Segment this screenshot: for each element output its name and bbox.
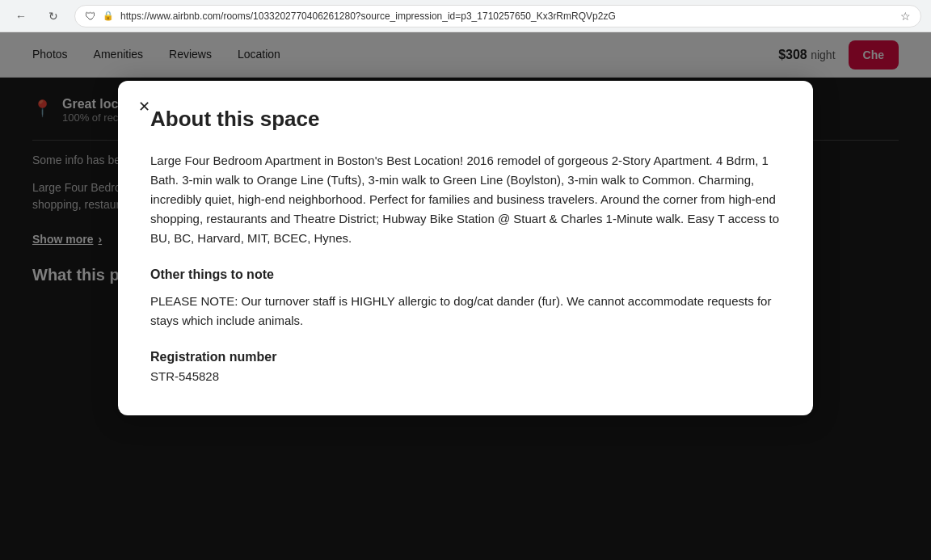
url-text: https://www.airbnb.com/rooms/10332027704…	[120, 11, 894, 22]
other-things-text: PLEASE NOTE: Our turnover staff is HIGHL…	[150, 292, 781, 331]
modal-close-button[interactable]: ✕	[131, 94, 157, 120]
bookmark-icon[interactable]: ☆	[900, 10, 911, 23]
back-icon: ←	[15, 10, 27, 23]
modal-title: About this space	[150, 107, 781, 132]
page-content: Photos Amenities Reviews Location $308 n…	[0, 32, 931, 560]
shield-icon: 🛡	[85, 10, 96, 23]
other-things-title: Other things to note	[150, 267, 781, 282]
close-icon: ✕	[138, 98, 150, 116]
registration-number: STR-545828	[150, 369, 781, 383]
lock-icon: 🔒	[103, 11, 114, 21]
address-bar[interactable]: 🛡 🔒 https://www.airbnb.com/rooms/1033202…	[74, 5, 921, 27]
reload-icon: ↻	[48, 10, 58, 23]
modal-overlay[interactable]: ✕ About this space Large Four Bedroom Ap…	[0, 32, 931, 560]
browser-bar: ← ↻ 🛡 🔒 https://www.airbnb.com/rooms/103…	[0, 0, 931, 32]
modal-body-text: Large Four Bedroom Apartment in Boston's…	[150, 151, 781, 248]
modal-dialog: ✕ About this space Large Four Bedroom Ap…	[118, 81, 813, 415]
back-button[interactable]: ←	[10, 5, 32, 27]
registration-title: Registration number	[150, 350, 781, 364]
reload-button[interactable]: ↻	[42, 5, 65, 27]
